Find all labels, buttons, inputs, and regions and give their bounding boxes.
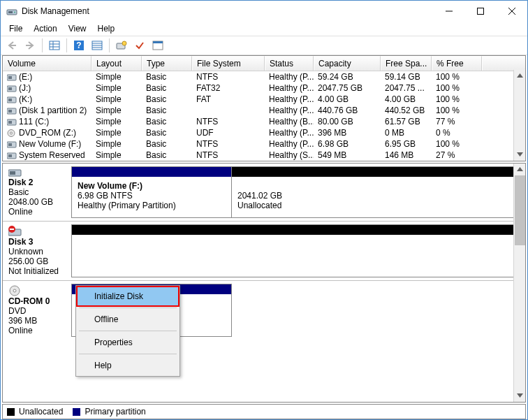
menu-properties[interactable]: Properties: [78, 333, 178, 352]
svg-point-45: [13, 289, 16, 292]
volume-row[interactable]: (E:)SimpleBasicNTFSHealthy (P...59.24 GB…: [3, 71, 525, 82]
menu-initialize-disk[interactable]: Initialize Disk: [76, 286, 179, 307]
col-capacity[interactable]: Capacity: [314, 56, 381, 71]
col-status[interactable]: Status: [265, 56, 314, 71]
col-type[interactable]: Type: [142, 56, 192, 71]
close-button[interactable]: [496, 1, 527, 22]
svg-rect-22: [153, 41, 163, 43]
volume-row[interactable]: New Volume (F:)SimpleBasicNTFSHealthy (P…: [3, 138, 525, 150]
scrollbar[interactable]: [513, 164, 525, 402]
volume-header: Volume Layout Type File System Status Ca…: [3, 56, 525, 71]
disk-label: Disk 2 Basic 2048.00 GB Online: [6, 166, 71, 218]
partition-new-volume-f[interactable]: New Volume (F:) 6.98 GB NTFS Healthy (Pr…: [71, 166, 232, 218]
svg-rect-4: [477, 8, 483, 15]
menu-help[interactable]: Help: [92, 22, 121, 35]
help-icon[interactable]: ?: [71, 37, 87, 54]
svg-point-20: [122, 41, 126, 45]
titlebar: Disk Management: [1, 1, 527, 22]
disk-label: Disk 3 Unknown 256.00 GB Not Initialized: [6, 224, 71, 277]
disk-row-3[interactable]: Disk 3 Unknown 256.00 GB Not Initialized: [3, 222, 525, 281]
legend-label: Primary partition: [85, 407, 145, 417]
volume-row[interactable]: 111 (C:)SimpleBasicNTFSHealthy (B...80.0…: [3, 116, 525, 127]
legend-swatch-primary: [73, 408, 80, 416]
svg-rect-30: [8, 110, 12, 113]
menu-view[interactable]: View: [63, 22, 92, 35]
disk-warning-icon: [8, 226, 22, 237]
menubar: File Action View Help: [1, 22, 527, 36]
svg-rect-40: [10, 171, 15, 175]
volume-row[interactable]: (Disk 1 partition 2)SimpleBasicHealthy (…: [3, 105, 525, 116]
app-icon: [6, 6, 17, 17]
col-pct[interactable]: % Free: [432, 56, 482, 71]
svg-text:?: ?: [76, 41, 81, 50]
volume-row[interactable]: System ReservedSimpleBasicNTFSHealthy (S…: [3, 150, 525, 161]
disk-graphical-pane[interactable]: Disk 2 Basic 2048.00 GB Online New Volum…: [2, 163, 526, 403]
toolbar: ?: [1, 36, 527, 55]
legend-label: Unallocated: [19, 407, 63, 417]
svg-rect-1: [8, 11, 13, 13]
minimize-button[interactable]: [433, 1, 464, 22]
volume-list[interactable]: Volume Layout Type File System Status Ca…: [2, 55, 526, 161]
partition-uninitialized[interactable]: [71, 224, 522, 277]
refresh-icon[interactable]: [113, 37, 130, 54]
volume-row[interactable]: (K:)SimpleBasicFATHealthy (P...4.00 GB4.…: [3, 94, 525, 105]
col-volume[interactable]: Volume: [3, 56, 91, 71]
context-menu: Initialize Disk Offline Properties Help: [75, 285, 180, 377]
svg-rect-36: [8, 143, 12, 146]
svg-rect-28: [8, 99, 12, 101]
col-free[interactable]: Free Spa...: [381, 56, 432, 71]
legend-swatch-unallocated: [7, 408, 15, 416]
menu-action[interactable]: Action: [28, 22, 62, 35]
svg-rect-26: [8, 87, 12, 90]
svg-rect-24: [8, 76, 12, 79]
window-title: Disk Management: [22, 6, 433, 16]
svg-rect-43: [10, 229, 14, 230]
grid-icon[interactable]: [46, 37, 63, 54]
svg-rect-32: [8, 121, 12, 124]
forward-button: [22, 37, 38, 54]
disk-label: CD-ROM 0 DVD 396 MB Online: [6, 284, 71, 337]
back-button: [3, 37, 20, 54]
legend: Unallocated Primary partition: [2, 404, 526, 419]
volume-row[interactable]: (J:)SimpleBasicFAT32Healthy (P...2047.75…: [3, 82, 525, 94]
volume-row[interactable]: DVD_ROM (Z:)SimpleBasicUDFHealthy (P...3…: [3, 127, 525, 138]
svg-rect-9: [50, 41, 59, 50]
svg-rect-38: [8, 154, 12, 157]
properties-icon[interactable]: [149, 37, 166, 54]
svg-point-2: [14, 12, 15, 13]
disk-row-2[interactable]: Disk 2 Basic 2048.00 GB Online New Volum…: [3, 164, 525, 222]
check-icon[interactable]: [131, 37, 148, 54]
cdrom-icon: [8, 285, 22, 296]
menu-offline[interactable]: Offline: [78, 310, 178, 328]
col-fs[interactable]: File System: [192, 56, 265, 71]
partition-name: New Volume (F:): [78, 181, 142, 191]
disk-icon: [8, 168, 22, 178]
svg-point-34: [10, 132, 13, 134]
col-layout[interactable]: Layout: [91, 56, 142, 71]
list-icon[interactable]: [89, 37, 105, 54]
maximize-button[interactable]: [464, 1, 496, 22]
partition-unallocated[interactable]: 2041.02 GB Unallocated: [232, 166, 522, 218]
menu-file[interactable]: File: [3, 22, 28, 35]
menu-help[interactable]: Help: [78, 356, 178, 375]
scrollbar[interactable]: [513, 70, 525, 161]
